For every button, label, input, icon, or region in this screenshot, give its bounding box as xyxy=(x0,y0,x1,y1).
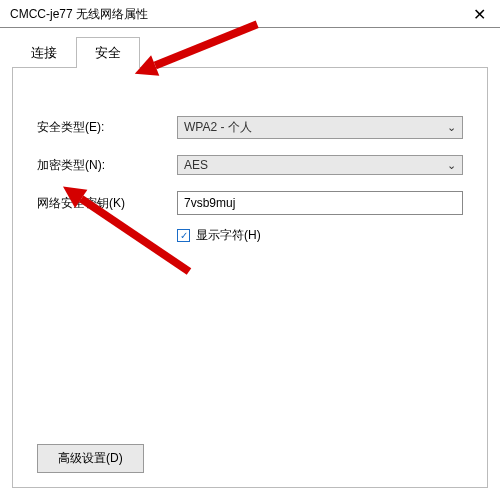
security-type-dropdown[interactable]: WPA2 - 个人 ⌄ xyxy=(177,116,463,139)
show-characters-checkbox[interactable]: ✓ xyxy=(177,229,190,242)
show-characters-label: 显示字符(H) xyxy=(196,227,261,244)
network-key-input[interactable] xyxy=(177,191,463,215)
security-type-value: WPA2 - 个人 xyxy=(184,119,252,136)
tab-connect[interactable]: 连接 xyxy=(12,37,76,68)
chevron-down-icon: ⌄ xyxy=(447,159,456,172)
advanced-settings-label: 高级设置(D) xyxy=(58,451,123,465)
tab-content: 安全类型(E): WPA2 - 个人 ⌄ 加密类型(N): AES ⌄ 网络安全… xyxy=(12,68,488,488)
advanced-settings-button[interactable]: 高级设置(D) xyxy=(37,444,144,473)
row-security-type: 安全类型(E): WPA2 - 个人 ⌄ xyxy=(37,116,463,139)
encryption-value: AES xyxy=(184,158,208,172)
tab-security[interactable]: 安全 xyxy=(76,37,140,68)
label-encryption: 加密类型(N): xyxy=(37,157,177,174)
label-security-type: 安全类型(E): xyxy=(37,119,177,136)
row-encryption: 加密类型(N): AES ⌄ xyxy=(37,155,463,175)
tab-connect-label: 连接 xyxy=(31,45,57,60)
chevron-down-icon: ⌄ xyxy=(447,121,456,134)
window-title: CMCC-je77 无线网络属性 xyxy=(10,6,148,23)
label-network-key: 网络安全密钥(K) xyxy=(37,195,177,212)
tab-security-label: 安全 xyxy=(95,45,121,60)
close-icon[interactable]: ✕ xyxy=(467,7,492,23)
row-show-characters[interactable]: ✓ 显示字符(H) xyxy=(177,227,463,244)
tab-strip: 连接 安全 xyxy=(0,28,500,67)
encryption-dropdown[interactable]: AES ⌄ xyxy=(177,155,463,175)
row-network-key: 网络安全密钥(K) xyxy=(37,191,463,215)
titlebar: CMCC-je77 无线网络属性 ✕ xyxy=(0,0,500,28)
